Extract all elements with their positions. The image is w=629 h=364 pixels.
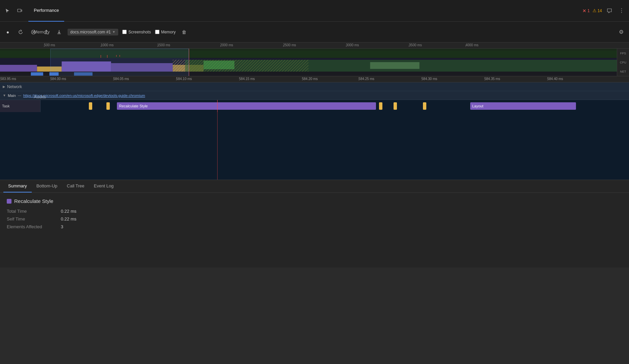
net-area bbox=[0, 72, 617, 76]
net-label: NET bbox=[617, 70, 629, 73]
elements-affected-value: 3 bbox=[61, 224, 622, 229]
flame-tick-584.35: 584.35 ms bbox=[484, 77, 500, 81]
svg-rect-1 bbox=[21, 10, 22, 11]
svg-rect-5 bbox=[37, 67, 62, 72]
yellow-block-4[interactable] bbox=[394, 102, 397, 110]
flame-tick-584.05: 584.05 ms bbox=[113, 77, 129, 81]
ruler-tick-1000: 1000 ms bbox=[101, 43, 114, 47]
nav-right-actions: ✕ 1 ⚠ 14 ⋮ bbox=[582, 6, 626, 16]
nav-tab-performance[interactable]: Performance bbox=[28, 0, 64, 22]
download-button[interactable] bbox=[55, 28, 64, 36]
flame-tick-584.20: 584.20 ms bbox=[302, 77, 318, 81]
warning-badge[interactable]: ⚠ 14 bbox=[593, 8, 602, 13]
record-button[interactable]: ● bbox=[3, 28, 12, 36]
summary-content: Recalculate Style Total Time 0.22 ms Sel… bbox=[0, 193, 629, 267]
memory-checkbox[interactable] bbox=[155, 30, 159, 34]
more-menu-icon[interactable]: ⋮ bbox=[617, 6, 626, 16]
error-badge[interactable]: ✕ 1 bbox=[582, 8, 590, 14]
device-icon[interactable] bbox=[15, 6, 24, 16]
main-thread-header: ▼ Main — https://docs.microsoft.com/en-u… bbox=[0, 91, 629, 100]
profile-selector[interactable]: docs.microsoft.com #1 ▼ bbox=[68, 29, 118, 35]
memory-checkbox-wrap[interactable]: Memory bbox=[155, 30, 176, 34]
ruler-tick-2000: 2000 ms bbox=[220, 43, 233, 47]
cpu-label: CPU bbox=[617, 61, 629, 64]
chevron-down-icon: ▼ bbox=[112, 30, 116, 34]
yellow-block-3[interactable] bbox=[379, 102, 382, 110]
stats-table: Total Time 0.22 ms Self Time 0.22 ms Ele… bbox=[7, 209, 622, 229]
stop-button[interactable] bbox=[29, 28, 38, 36]
layout-block[interactable]: Layout bbox=[470, 102, 576, 110]
flame-empty-marker bbox=[217, 112, 218, 180]
total-time-label: Total Time bbox=[7, 209, 61, 214]
svg-rect-7 bbox=[111, 63, 173, 72]
tab-bottom-up[interactable]: Bottom-Up bbox=[32, 180, 62, 192]
network-section-row[interactable]: ▶ Network bbox=[0, 82, 629, 91]
bottom-panel: Summary Bottom-Up Call Tree Event Log Re… bbox=[0, 180, 629, 267]
event-title: Recalculate Style bbox=[7, 198, 622, 204]
screenshots-checkbox-wrap[interactable]: Screenshots bbox=[122, 30, 151, 34]
timeline-overview[interactable]: 500 ms 1000 ms 1500 ms 2000 ms 2500 ms 3… bbox=[0, 43, 629, 76]
tab-call-tree[interactable]: Call Tree bbox=[62, 180, 89, 192]
main-thread-url: https://docs.microsoft.com/en-us/microso… bbox=[23, 94, 145, 98]
svg-rect-15 bbox=[49, 72, 58, 76]
main-thread-label: Main bbox=[8, 94, 16, 98]
nav-pointer-icons bbox=[3, 6, 24, 16]
performance-toolbar: ● docs.microsoft.com #1 ▼ Screenshots bbox=[0, 22, 629, 43]
task-row: Task Recalculate Style Layout bbox=[0, 100, 629, 112]
svg-rect-11 bbox=[204, 61, 234, 69]
bottom-tabs: Summary Bottom-Up Call Tree Event Log bbox=[0, 180, 629, 193]
flame-tick-584.40: 584.40 ms bbox=[547, 77, 563, 81]
self-time-label: Self Time bbox=[7, 216, 61, 222]
layout-label: Layout bbox=[472, 104, 483, 108]
network-section-label: Network bbox=[7, 84, 22, 89]
task-timeline[interactable]: Recalculate Style Layout bbox=[41, 100, 629, 112]
total-time-value: 0.22 ms bbox=[61, 209, 622, 214]
main-thread-expand-arrow: ▼ bbox=[3, 94, 6, 97]
recalculate-style-label: Recalculate Style bbox=[119, 104, 148, 108]
tab-event-log[interactable]: Event Log bbox=[89, 180, 119, 192]
task-text: Task bbox=[2, 104, 10, 108]
svg-rect-16 bbox=[74, 72, 93, 76]
flame-tick-584.15: 584.15 ms bbox=[239, 77, 255, 81]
settings-gear-icon[interactable]: ⚙ bbox=[617, 28, 626, 36]
timeline-ruler-top: 500 ms 1000 ms 1500 ms 2000 ms 2500 ms 3… bbox=[0, 43, 629, 49]
upload-button[interactable] bbox=[42, 28, 51, 36]
cpu-area bbox=[0, 58, 617, 72]
tab-summary[interactable]: Summary bbox=[3, 180, 32, 192]
elements-affected-label: Elements Affected bbox=[7, 224, 61, 229]
svg-rect-6 bbox=[62, 61, 111, 72]
top-nav-bar: ElementsConsoleSourcesNetworkPerformance… bbox=[0, 0, 629, 22]
screenshots-checkbox[interactable] bbox=[122, 30, 127, 34]
yellow-block-2[interactable] bbox=[106, 102, 110, 110]
yellow-block-5[interactable] bbox=[423, 102, 426, 110]
flame-tick-584.10: 584.10 ms bbox=[176, 77, 192, 81]
ruler-tick-1500: 1500 ms bbox=[157, 43, 170, 47]
ruler-tick-4000: 4000 ms bbox=[466, 43, 478, 47]
cursor-icon[interactable] bbox=[3, 6, 12, 16]
ruler-tick-3500: 3500 ms bbox=[409, 43, 422, 47]
yellow-block-1[interactable] bbox=[89, 102, 92, 110]
flame-tick-584.00: 584.00 ms bbox=[50, 77, 66, 81]
event-color-indicator bbox=[7, 199, 11, 204]
task-label: Task bbox=[0, 100, 41, 112]
ruler-tick-500: 500 ms bbox=[44, 43, 55, 47]
red-marker-1 bbox=[101, 55, 101, 58]
timeline-visual-area[interactable]: FPS CPU NET bbox=[0, 49, 629, 76]
flame-tick-584.25: 584.25 ms bbox=[358, 77, 374, 81]
reload-record-button[interactable] bbox=[16, 28, 25, 36]
svg-rect-12 bbox=[370, 62, 420, 69]
flame-empty-area bbox=[0, 112, 629, 180]
event-name-text: Recalculate Style bbox=[14, 198, 53, 204]
red-marker-4 bbox=[120, 55, 120, 57]
ruler-tick-2500: 2500 ms bbox=[283, 43, 296, 47]
self-time-value: 0.22 ms bbox=[61, 216, 622, 222]
svg-rect-4 bbox=[0, 65, 37, 72]
svg-rect-14 bbox=[31, 72, 43, 76]
fps-area bbox=[0, 49, 617, 58]
feedback-icon[interactable] bbox=[605, 6, 614, 16]
fps-label: FPS bbox=[617, 52, 629, 55]
clear-button[interactable]: 🗑 bbox=[180, 28, 188, 36]
red-marker-3 bbox=[116, 55, 117, 57]
ruler-tick-3000: 3000 ms bbox=[346, 43, 359, 47]
recalculate-style-block[interactable]: Recalculate Style bbox=[117, 102, 376, 110]
